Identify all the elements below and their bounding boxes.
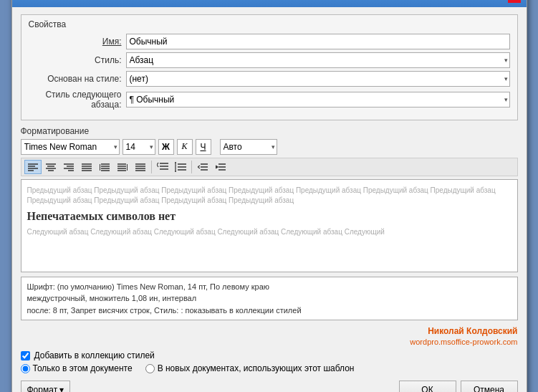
align-center-button[interactable]	[42, 160, 59, 174]
separator-1	[151, 161, 152, 173]
underline-button[interactable]: Ч	[196, 139, 211, 155]
preview-prev-text: Предыдущий абзац Предыдущий абзац Предыд…	[27, 186, 511, 206]
based-on-select[interactable]: (нет)	[126, 71, 510, 87]
based-on-label: Основан на стиле:	[29, 74, 122, 84]
style-select[interactable]: Абзац	[126, 52, 510, 68]
align-toolbar	[21, 158, 518, 176]
next-style-label: Стиль следующего абзаца:	[29, 90, 122, 110]
preview-next-text: Следующий абзац Следующий абзац Следующи…	[27, 227, 511, 237]
font-select[interactable]: Times New Roman	[21, 139, 120, 155]
indent-decrease-button[interactable]	[194, 160, 211, 174]
watermark-url: wordpro.msoffice-prowork.com	[21, 338, 518, 346]
new-docs-label: В новых документах, использующих этот ша…	[158, 363, 355, 373]
ok-button[interactable]: ОК	[399, 381, 456, 392]
formatting-section: Форматирование Times New Roman 14 Ж К Ч	[21, 126, 518, 374]
next-style-row: Стиль следующего абзаца: ¶ Обычный	[29, 90, 510, 110]
based-on-row: Основан на стиле: (нет)	[29, 71, 510, 87]
color-select[interactable]: Авто	[220, 139, 277, 155]
properties-section: Свойства Имя: Стиль: Абзац Основан на ст…	[21, 14, 518, 120]
separator-2	[191, 161, 192, 173]
watermark-author: Николай Колдовский	[21, 326, 518, 336]
scope-row: Только в этом документе В новых документ…	[21, 363, 518, 373]
style-row: Стиль: Абзац	[29, 52, 510, 68]
title-bar: Изменение стиля ? ✕	[12, 0, 527, 7]
align-right-button[interactable]	[60, 160, 77, 174]
align-7-button[interactable]	[132, 160, 149, 174]
add-to-styles-row: Добавить в коллекцию стилей	[21, 350, 518, 360]
only-this-doc-radio[interactable]	[21, 364, 30, 373]
indent-increase-button[interactable]	[212, 160, 229, 174]
size-select[interactable]: 14	[123, 139, 155, 155]
preview-main-text: Непечатаемых символов нет	[27, 210, 511, 223]
cancel-button[interactable]: Отмена	[461, 381, 518, 392]
formatting-label: Форматирование	[21, 126, 518, 136]
info-text: Шрифт: (по умолчанию) Times New Roman, 1…	[27, 282, 302, 315]
align-6-button[interactable]	[114, 160, 131, 174]
new-docs-radio[interactable]	[145, 364, 155, 373]
bold-button[interactable]: Ж	[158, 139, 174, 155]
style-dialog: Изменение стиля ? ✕ Свойства Имя: Стиль:…	[11, 0, 527, 392]
font-row: Times New Roman 14 Ж К Ч Авто	[21, 139, 518, 155]
name-label: Имя:	[29, 37, 122, 47]
only-this-doc-option: Только в этом документе	[21, 363, 133, 373]
only-this-doc-label: Только в этом документе	[33, 363, 133, 373]
align-5-button[interactable]	[96, 160, 113, 174]
line-spacing-button[interactable]	[154, 160, 171, 174]
name-input[interactable]	[126, 34, 510, 49]
dialog-content: Свойства Имя: Стиль: Абзац Основан на ст…	[12, 7, 527, 392]
italic-button[interactable]: К	[177, 139, 193, 155]
close-button[interactable]: ✕	[508, 0, 521, 3]
add-to-styles-label: Добавить в коллекцию стилей	[34, 350, 155, 360]
properties-label: Свойства	[29, 19, 510, 29]
format-button-label: Формат ▾	[27, 385, 64, 392]
para-spacing-button[interactable]	[172, 160, 189, 174]
title-bar-buttons: ? ✕	[494, 0, 521, 3]
style-label: Стиль:	[29, 55, 122, 65]
format-button[interactable]: Формат ▾	[21, 381, 71, 392]
align-left-button[interactable]	[24, 160, 42, 174]
new-docs-option: В новых документах, использующих этот ша…	[145, 363, 355, 373]
next-style-select[interactable]: ¶ Обычный	[126, 92, 510, 107]
help-button[interactable]: ?	[494, 0, 506, 3]
ok-cancel-buttons: ОК Отмена	[399, 381, 518, 392]
dialog-title: Изменение стиля	[18, 0, 94, 1]
info-box: Шрифт: (по умолчанию) Times New Roman, 1…	[21, 277, 518, 321]
name-row: Имя:	[29, 34, 510, 49]
buttons-row: Формат ▾ ОК Отмена	[21, 378, 518, 392]
preview-area: Предыдущий абзац Предыдущий абзац Предыд…	[21, 179, 518, 272]
align-justify-button[interactable]	[78, 160, 95, 174]
add-to-styles-checkbox[interactable]	[21, 351, 30, 360]
